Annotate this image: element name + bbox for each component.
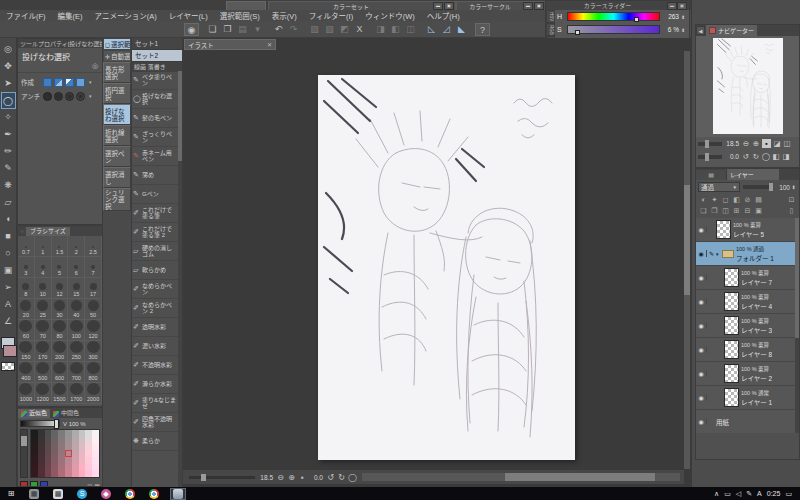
color-set-tab[interactable]: 中間色	[50, 409, 82, 418]
rotate-cw-icon[interactable]: ↻	[336, 473, 347, 482]
pencil-tool[interactable]: ✏	[1, 143, 16, 160]
canvas-paper[interactable]	[318, 75, 575, 460]
subtool-item[interactable]: ▱硬めの消しゴム	[132, 242, 178, 261]
color-cell[interactable]	[72, 430, 79, 437]
antialias-mid-icon[interactable]	[65, 92, 74, 101]
color-cell[interactable]	[65, 430, 72, 437]
snap-radial-icon[interactable]: ◣	[454, 23, 469, 36]
selection-tool-button[interactable]: 選択消し	[103, 167, 131, 188]
brush-size-cell[interactable]: 2	[68, 236, 85, 257]
color-cell[interactable]	[51, 430, 58, 437]
color-cell[interactable]	[38, 437, 45, 444]
layer-row[interactable]: ◉100 % 乗算レイヤー 8	[696, 338, 795, 362]
slider-thumb[interactable]	[705, 153, 709, 161]
rotate-slider[interactable]	[698, 155, 722, 159]
brush-size-cell[interactable]: 100	[68, 320, 85, 341]
pen-tool[interactable]: ✒	[1, 126, 16, 143]
brush-size-cell[interactable]: 4	[35, 257, 52, 278]
brush-size-cell[interactable]: 1500	[52, 383, 69, 404]
color-cell[interactable]	[72, 443, 79, 450]
chevron-down-icon[interactable]: ▾	[89, 93, 92, 99]
color-cell[interactable]	[51, 450, 58, 457]
color-cell[interactable]	[85, 457, 92, 464]
color-cell[interactable]	[79, 457, 86, 464]
menu-item-4[interactable]: 選択範囲(S)	[214, 10, 266, 21]
close-icon[interactable]: ▣	[534, 2, 544, 10]
tray-expand-icon[interactable]: ∧	[714, 490, 719, 498]
clock[interactable]: 0:25	[767, 490, 781, 497]
rotate-ccw-icon[interactable]: ↺	[325, 473, 336, 482]
brush-size-cell[interactable]: 600	[52, 362, 69, 383]
layer-thumbnail[interactable]	[724, 340, 739, 359]
reset-rotate-icon[interactable]: ◯	[761, 152, 771, 161]
color-cell[interactable]	[92, 470, 99, 477]
minimize-icon[interactable]: ▬	[523, 2, 533, 10]
app-pin[interactable]: ◆	[98, 488, 114, 500]
color-cell[interactable]	[31, 464, 38, 471]
new-folder-icon[interactable]: ❐	[709, 207, 720, 215]
color-cell[interactable]	[72, 470, 79, 477]
color-cell[interactable]	[79, 464, 86, 471]
brush-size-cell[interactable]: 10	[35, 278, 52, 299]
subtool-item[interactable]: ✐濃い水彩	[132, 337, 178, 356]
color-cell[interactable]	[45, 437, 52, 444]
layer-thumbnail[interactable]	[724, 292, 739, 311]
app-browser-2[interactable]	[146, 488, 162, 500]
color-cell[interactable]	[38, 450, 45, 457]
eyedropper-tool[interactable]: ✧	[1, 109, 16, 126]
navigator-preview-area[interactable]	[696, 36, 799, 137]
antialias-none-icon[interactable]	[43, 92, 52, 101]
flip-horizontal-icon[interactable]: ◧	[771, 152, 781, 161]
color-cell[interactable]	[92, 437, 99, 444]
eye-icon[interactable]: ◉	[696, 346, 707, 353]
eye-icon[interactable]: ◉	[696, 226, 707, 233]
tray-display-icon[interactable]: ▭	[724, 490, 731, 498]
menu-item-1[interactable]: 編集(E)	[52, 10, 89, 21]
mode-select-from-icon[interactable]	[76, 78, 85, 87]
minimize-icon[interactable]: ▬	[667, 2, 677, 10]
color-cell[interactable]	[85, 430, 92, 437]
color-cell[interactable]	[31, 443, 38, 450]
brush-size-cell[interactable]: 400	[18, 362, 35, 383]
stepper-icon[interactable]: ⬍	[679, 14, 687, 20]
subtool-item[interactable]: ✐四角不透明水彩	[132, 413, 178, 432]
antialias-strong-icon[interactable]	[76, 92, 85, 101]
merge-down-icon[interactable]: ⊞	[731, 207, 742, 215]
color-cell[interactable]	[58, 437, 65, 444]
color-cell[interactable]	[85, 470, 92, 477]
slider-thumb[interactable]	[21, 436, 27, 446]
subtool-item[interactable]: ✐なめらかペン	[132, 280, 178, 299]
operation-tool[interactable]: ➤	[1, 75, 16, 92]
document-tab[interactable]: イラスト ✕	[184, 39, 276, 50]
color-cell[interactable]	[79, 437, 86, 444]
brush-size-cell[interactable]: 700	[68, 362, 85, 383]
color-cell[interactable]	[85, 443, 92, 450]
print-size-icon[interactable]: ◫	[782, 139, 792, 148]
color-cell[interactable]	[38, 464, 45, 471]
color-cell[interactable]	[31, 430, 38, 437]
subtool-item[interactable]: ✐これだけで塗る筆 2	[132, 223, 178, 242]
rotate-cw-icon[interactable]: ↻	[751, 152, 761, 161]
blend-mode-dropdown[interactable]: 通過 ▼	[698, 182, 740, 192]
color-cell[interactable]	[79, 430, 86, 437]
selection-tool-button[interactable]: 楕円選択	[103, 83, 131, 104]
ruler-tool[interactable]: ∠	[1, 313, 16, 330]
eraser-tool[interactable]: ▱	[1, 194, 16, 211]
subtool-item[interactable]: ✐不透明水彩	[132, 356, 178, 375]
color-slider-header[interactable]: カラースライダー ▬ ▣	[546, 1, 689, 10]
scrollbar-thumb[interactable]	[505, 473, 655, 481]
vertical-scrollbar[interactable]	[684, 51, 690, 469]
eye-icon[interactable]: ◉	[696, 370, 707, 377]
snap-angle-icon[interactable]: ◺	[424, 23, 439, 36]
help-icon[interactable]: ?	[475, 23, 490, 36]
subtool-item[interactable]: ✐これだけで塗る筆	[132, 204, 178, 223]
color-cell[interactable]	[38, 443, 45, 450]
snap-special-ruler-icon[interactable]: ◧	[388, 23, 403, 36]
snap-ruler-icon[interactable]: ◨	[373, 23, 388, 36]
brush-size-cell[interactable]: 1700	[68, 383, 85, 404]
menu-item-0[interactable]: ファイル(F)	[0, 10, 52, 21]
antialias-weak-icon[interactable]	[54, 92, 63, 101]
subtool-scrollbar[interactable]	[178, 71, 182, 487]
transparent-swatch[interactable]	[1, 362, 15, 371]
brush-size-cell[interactable]: 120	[85, 320, 102, 341]
